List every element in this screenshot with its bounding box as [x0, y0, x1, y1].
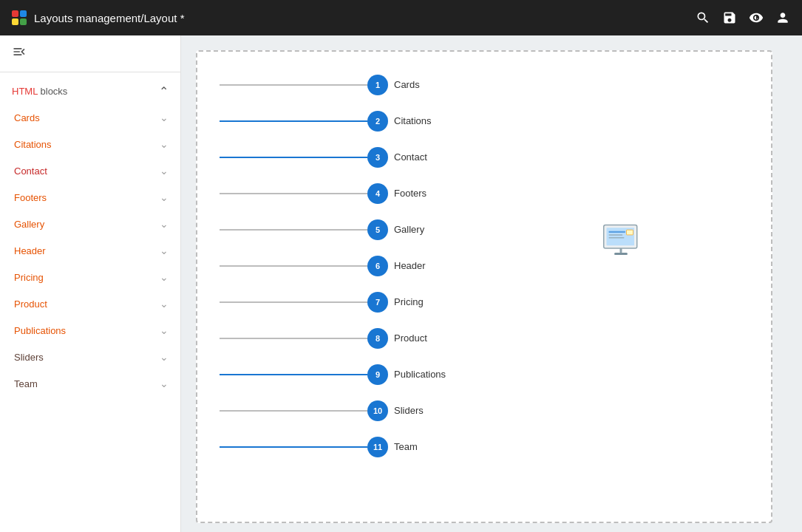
diagram-line — [220, 374, 367, 375]
sidebar-item-chevron: ⌄ — [160, 351, 169, 363]
logo-green — [20, 18, 27, 25]
node-label: Team — [394, 441, 418, 452]
html-blocks-title: HTML blocks — [12, 86, 67, 97]
html-blocks-section: HTML blocks ⌃ Cards ⌄ Citations ⌄ Contac… — [0, 72, 180, 403]
diagram-row-product: 8 Product — [197, 320, 771, 356]
topbar-left: Layouts management/Layout * — [12, 10, 184, 25]
node-label: Footers — [394, 188, 427, 199]
sidebar-item-chevron: ⌄ — [160, 378, 169, 389]
monitor-icon — [601, 222, 645, 259]
node-label: Product — [394, 332, 427, 344]
node-label: Citations — [394, 115, 432, 126]
logo-blue — [20, 10, 27, 17]
html-text: HTML — [12, 86, 38, 97]
diagram-line — [220, 446, 367, 448]
diagram-row-footers: 4 Footers — [197, 175, 771, 211]
canvas-board: 1 Cards 2 Citations 3 Contact 4 Footers … — [196, 50, 772, 523]
diagram-row-team: 11 Team — [197, 429, 771, 465]
blocks-text: blocks — [38, 86, 67, 97]
account-icon[interactable] — [775, 10, 790, 25]
diagram-line — [220, 410, 367, 412]
node-number: 11 — [367, 437, 388, 457]
html-blocks-header[interactable]: HTML blocks ⌃ — [0, 78, 180, 104]
logo-red — [12, 10, 18, 17]
sidebar-item-chevron: ⌄ — [160, 112, 169, 123]
sidebar-item-publications[interactable]: Publications ⌄ — [0, 317, 180, 344]
sidebar-item-label: Header — [14, 245, 46, 256]
sidebar-item-product[interactable]: Product ⌄ — [0, 290, 180, 317]
diagram-line — [220, 229, 367, 231]
topbar-actions — [696, 10, 790, 25]
svg-rect-4 — [609, 237, 625, 239]
node-number: 5 — [367, 219, 388, 240]
preview-icon[interactable] — [749, 10, 764, 25]
sidebar-item-label: Cards — [14, 112, 40, 123]
sidebar-item-cards[interactable]: Cards ⌄ — [0, 104, 180, 131]
sidebar-item-team[interactable]: Team ⌄ — [0, 370, 180, 397]
sidebar-item-label: Contact — [14, 166, 47, 177]
sidebar-item-pricing[interactable]: Pricing ⌄ — [0, 264, 180, 290]
sidebar-item-label: Pricing — [14, 272, 44, 283]
menu-icon[interactable] — [12, 44, 27, 63]
diagram-row-citations: 2 Citations — [197, 103, 771, 139]
svg-rect-6 — [620, 248, 622, 253]
sidebar-item-chevron: ⌄ — [160, 245, 169, 256]
sidebar-item-citations[interactable]: Citations ⌄ — [0, 131, 180, 157]
section-collapse-icon: ⌃ — [159, 84, 169, 98]
page-title: Layouts management/Layout * — [34, 12, 184, 24]
diagram-line — [220, 338, 367, 339]
diagram-line — [220, 120, 367, 122]
sidebar-item-label: Citations — [14, 139, 52, 150]
diagram-row-pricing: 7 Pricing — [197, 284, 771, 320]
node-label: Gallery — [394, 224, 424, 235]
sidebar-item-chevron: ⌄ — [160, 298, 169, 310]
topbar: Layouts management/Layout * — [0, 0, 802, 35]
app-logo — [12, 10, 27, 25]
sidebar-item-label: Sliders — [14, 352, 44, 363]
sidebar-item-sliders[interactable]: Sliders ⌄ — [0, 344, 180, 370]
sidebar-items-list: Cards ⌄ Citations ⌄ Contact ⌄ Footers ⌄ … — [0, 104, 180, 397]
logo-yellow — [12, 18, 18, 25]
search-icon[interactable] — [696, 10, 710, 25]
sidebar-item-chevron: ⌄ — [160, 165, 169, 177]
diagram-line — [220, 193, 367, 194]
node-number: 8 — [367, 328, 388, 349]
save-icon[interactable] — [722, 10, 737, 25]
logo-grid — [12, 10, 27, 25]
node-label: Sliders — [394, 405, 424, 416]
canvas-area: 1 Cards 2 Citations 3 Contact 4 Footers … — [181, 35, 802, 532]
node-number: 10 — [367, 400, 388, 421]
diagram-line — [220, 157, 367, 158]
diagram-line — [220, 301, 367, 303]
sidebar-item-label: Team — [14, 378, 38, 389]
sidebar-item-label: Publications — [14, 325, 66, 336]
diagram-row-gallery: 5 Gallery — [197, 211, 771, 248]
node-number: 3 — [367, 147, 388, 168]
diagram-row-sliders: 10 Sliders — [197, 392, 771, 429]
node-label: Publications — [394, 369, 446, 380]
layout-area: HTML blocks ⌃ Cards ⌄ Citations ⌄ Contac… — [0, 35, 802, 532]
sidebar-item-chevron: ⌄ — [160, 271, 169, 283]
diagram-line — [220, 84, 367, 86]
sidebar-item-contact[interactable]: Contact ⌄ — [0, 157, 180, 184]
svg-rect-5 — [627, 230, 633, 235]
diagram-row-publications: 9 Publications — [197, 356, 771, 392]
sidebar-item-chevron: ⌄ — [160, 324, 169, 336]
sidebar-item-chevron: ⌄ — [160, 138, 169, 150]
node-number: 4 — [367, 183, 388, 204]
node-number: 2 — [367, 111, 388, 132]
sidebar-item-gallery[interactable]: Gallery ⌄ — [0, 211, 180, 237]
node-label: Contact — [394, 151, 427, 163]
node-number: 7 — [367, 292, 388, 313]
sidebar-item-label: Gallery — [14, 219, 44, 230]
node-label: Header — [394, 260, 426, 271]
diagram-line — [220, 265, 367, 267]
node-number: 6 — [367, 256, 388, 276]
svg-rect-2 — [609, 231, 626, 233]
sidebar-item-footers[interactable]: Footers ⌄ — [0, 184, 180, 211]
sidebar-item-header[interactable]: Header ⌄ — [0, 237, 180, 264]
node-number: 1 — [367, 75, 388, 95]
sidebar-item-chevron: ⌄ — [160, 218, 169, 230]
node-number: 9 — [367, 364, 388, 385]
diagram-row-header: 6 Header — [197, 248, 771, 284]
